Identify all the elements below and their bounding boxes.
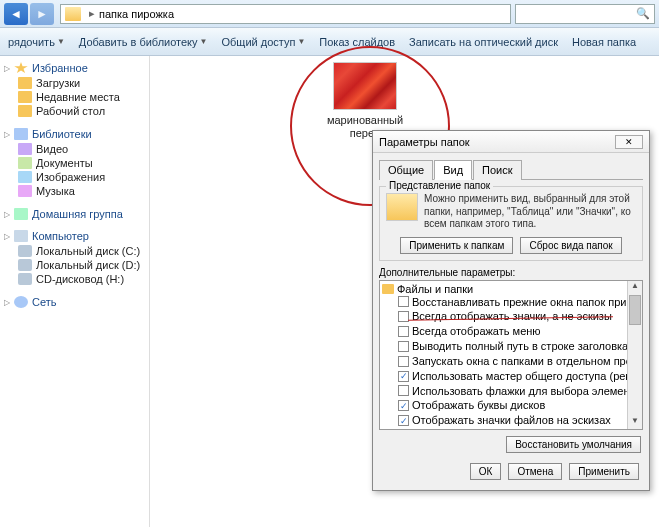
computer-icon xyxy=(14,230,28,242)
sidebar-item-recent[interactable]: Недавние места xyxy=(4,90,145,104)
file-thumbnail xyxy=(333,62,397,110)
toolbar-organize[interactable]: рядочить▼ xyxy=(8,36,65,48)
sidebar-item-music[interactable]: Музыка xyxy=(4,184,145,198)
checkbox[interactable] xyxy=(398,311,409,322)
tree-item-label: Отображать буквы дисков xyxy=(412,398,545,413)
nav-forward-button[interactable]: ► xyxy=(30,3,54,25)
sidebar-item-disk-d[interactable]: Локальный диск (D:) xyxy=(4,258,145,272)
checkbox[interactable] xyxy=(398,326,409,337)
search-icon: 🔍 xyxy=(636,7,650,20)
picture-icon xyxy=(18,171,32,183)
tree-scrollbar[interactable]: ▲ ▼ xyxy=(627,281,642,429)
sidebar-item-desktop[interactable]: Рабочий стол xyxy=(4,104,145,118)
tree-item-label: Восстанавливать прежние окна папок при в… xyxy=(412,295,643,310)
nav-back-button[interactable]: ◄ xyxy=(4,3,28,25)
checkbox[interactable]: ✓ xyxy=(398,371,409,382)
apply-button[interactable]: Применить xyxy=(569,463,639,480)
library-icon xyxy=(14,128,28,140)
toolbar: рядочить▼ Добавить в библиотеку▼ Общий д… xyxy=(0,28,659,56)
sidebar-item-pictures[interactable]: Изображения xyxy=(4,170,145,184)
tree-root[interactable]: Файлы и папки xyxy=(382,283,640,295)
file-item[interactable]: маринованный перец xyxy=(320,62,410,140)
restore-defaults-button[interactable]: Восстановить умолчания xyxy=(506,436,641,453)
address-bar[interactable]: ▸ папка пирожка xyxy=(60,4,511,24)
sidebar-item-downloads[interactable]: Загрузки xyxy=(4,76,145,90)
chevron-down-icon: ▼ xyxy=(200,37,208,46)
tree-item[interactable]: ✓Отображать значки файлов на эскизах xyxy=(382,413,640,428)
music-icon xyxy=(18,185,32,197)
sidebar-item-cd[interactable]: CD-дисковод (H:) xyxy=(4,272,145,286)
tab-search[interactable]: Поиск xyxy=(473,160,521,180)
checkbox[interactable] xyxy=(398,341,409,352)
checkbox[interactable] xyxy=(398,356,409,367)
ok-button[interactable]: ОК xyxy=(470,463,502,480)
tree-item[interactable]: Запускать окна с папками в отдельном про… xyxy=(382,354,640,369)
folder-preview-icon xyxy=(386,193,418,221)
tree-item-label: Использовать флажки для выбора элементов xyxy=(412,384,643,399)
sidebar-head-homegroup[interactable]: ▷Домашняя группа xyxy=(4,208,145,220)
toolbar-slideshow[interactable]: Показ слайдов xyxy=(319,36,395,48)
sidebar-head-computer[interactable]: ▷Компьютер xyxy=(4,230,145,242)
tree-item-label: Отображать обработчики просмотра в панел… xyxy=(412,428,643,429)
window-titlebar: ◄ ► ▸ папка пирожка 🔍 xyxy=(0,0,659,28)
tree-item[interactable]: ✓Отображать обработчики просмотра в пане… xyxy=(382,428,640,429)
cancel-button[interactable]: Отмена xyxy=(508,463,562,480)
search-box[interactable]: 🔍 xyxy=(515,4,655,24)
scroll-up-icon[interactable]: ▲ xyxy=(628,281,642,294)
dialog-tabs: Общие Вид Поиск xyxy=(379,159,643,180)
toolbar-addlib[interactable]: Добавить в библиотеку▼ xyxy=(79,36,208,48)
apply-to-folders-button[interactable]: Применить к папкам xyxy=(400,237,513,254)
document-icon xyxy=(18,157,32,169)
sidebar-head-libraries[interactable]: ▷Библиотеки xyxy=(4,128,145,140)
star-icon xyxy=(14,62,28,74)
advanced-label: Дополнительные параметры: xyxy=(379,267,643,278)
folder-icon xyxy=(382,284,394,294)
toolbar-newfolder[interactable]: Новая папка xyxy=(572,36,636,48)
folder-icon xyxy=(18,77,32,89)
tree-item-label: Запускать окна с папками в отдельном про… xyxy=(412,354,643,369)
tree-item[interactable]: Использовать флажки для выбора элементов xyxy=(382,384,640,399)
sidebar-item-documents[interactable]: Документы xyxy=(4,156,145,170)
scroll-down-icon[interactable]: ▼ xyxy=(628,416,642,429)
tree-item[interactable]: Восстанавливать прежние окна папок при в… xyxy=(382,295,640,310)
dialog-title: Параметры папок xyxy=(379,136,470,148)
checkbox[interactable] xyxy=(398,385,409,396)
tree-item[interactable]: ✓Отображать буквы дисков xyxy=(382,398,640,413)
reset-folders-button[interactable]: Сброс вида папок xyxy=(520,237,621,254)
folder-view-group: Представление папок Можно применить вид,… xyxy=(379,186,643,261)
sidebar-head-favorites[interactable]: ▷Избранное xyxy=(4,62,145,74)
advanced-tree[interactable]: Файлы и папки Восстанавливать прежние ок… xyxy=(379,280,643,430)
tree-item-label: Выводить полный путь в строке заголовка … xyxy=(412,339,643,354)
folder-options-dialog: Параметры папок ✕ Общие Вид Поиск Предст… xyxy=(372,130,650,491)
cd-icon xyxy=(18,273,32,285)
video-icon xyxy=(18,143,32,155)
sidebar-item-video[interactable]: Видео xyxy=(4,142,145,156)
tree-item-label: Всегда отображать меню xyxy=(412,324,541,339)
checkbox[interactable]: ✓ xyxy=(398,400,409,411)
sidebar-item-disk-c[interactable]: Локальный диск (C:) xyxy=(4,244,145,258)
breadcrumb-separator: ▸ xyxy=(89,7,95,20)
network-icon xyxy=(14,296,28,308)
sidebar-head-network[interactable]: ▷Сеть xyxy=(4,296,145,308)
tab-view[interactable]: Вид xyxy=(434,160,472,180)
disk-icon xyxy=(18,245,32,257)
chevron-down-icon: ▼ xyxy=(297,37,305,46)
toolbar-share[interactable]: Общий доступ▼ xyxy=(221,36,305,48)
tree-item[interactable]: Выводить полный путь в строке заголовка … xyxy=(382,339,640,354)
checkbox[interactable]: ✓ xyxy=(398,415,409,426)
disk-icon xyxy=(18,259,32,271)
toolbar-burn[interactable]: Записать на оптический диск xyxy=(409,36,558,48)
tree-item[interactable]: Всегда отображать меню xyxy=(382,324,640,339)
scroll-thumb[interactable] xyxy=(629,295,641,325)
folder-icon xyxy=(18,91,32,103)
tree-item[interactable]: ✓Использовать мастер общего доступа (рек… xyxy=(382,369,640,384)
checkbox[interactable] xyxy=(398,296,409,307)
tree-item[interactable]: Всегда отображать значки, а не эскизы xyxy=(382,309,640,324)
tree-item-label: Отображать значки файлов на эскизах xyxy=(412,413,611,428)
homegroup-icon xyxy=(14,208,28,220)
breadcrumb-folder[interactable]: папка пирожка xyxy=(99,8,174,20)
tree-item-label: Всегда отображать значки, а не эскизы xyxy=(412,309,612,324)
dialog-titlebar[interactable]: Параметры папок ✕ xyxy=(373,131,649,153)
dialog-close-button[interactable]: ✕ xyxy=(615,135,643,149)
tab-general[interactable]: Общие xyxy=(379,160,433,180)
